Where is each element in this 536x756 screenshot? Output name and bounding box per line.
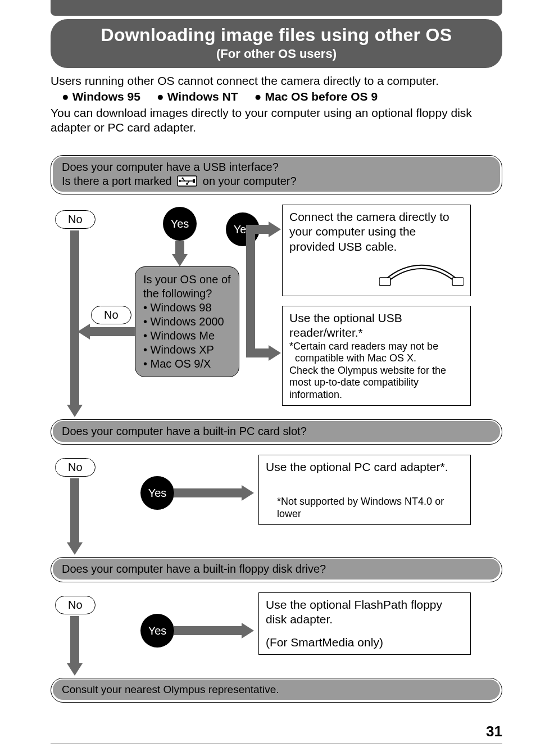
- svg-rect-3: [193, 179, 195, 183]
- page-subtitle: (For other OS users): [62, 47, 491, 61]
- arrow-down-icon: [172, 254, 188, 266]
- footer-rule: [51, 744, 502, 744]
- q2-text: Does your computer have a built-in PC ca…: [62, 425, 307, 437]
- arrow-down-icon: [67, 405, 83, 417]
- arrow-left-icon: [78, 324, 90, 339]
- answer-no-2: No: [91, 306, 131, 324]
- arrow-shaft: [70, 478, 79, 542]
- os-check-lead2: the following?: [143, 287, 231, 301]
- answer-no-4: No: [55, 596, 96, 614]
- svg-rect-9: [452, 278, 464, 286]
- os-support-line: ●Windows 95 ●Windows NT ●Mac OS before O…: [62, 89, 502, 104]
- info-pc-card-adapter: Use the optional PC card adapter*. *Not …: [258, 455, 471, 525]
- arrow-down-icon: [67, 663, 83, 676]
- usb-cable-icon: [289, 257, 464, 291]
- arrow-shaft: [246, 225, 269, 234]
- svg-rect-8: [379, 278, 390, 286]
- arrow-right-icon: [242, 623, 254, 639]
- question-usb-interface: Does your computer have a USB interface?…: [51, 155, 502, 194]
- arrow-shaft: [174, 488, 242, 497]
- os-option: Windows Me: [143, 329, 231, 343]
- usb-reader-line: Use the optional USB reader/writer.*: [289, 311, 464, 341]
- bullet-icon: ●: [157, 90, 164, 103]
- arrow-right-icon: [269, 221, 281, 237]
- answer-yes-4: Yes: [140, 614, 174, 648]
- pc-card-note: *Not supported by Windows NT4.0 or lower: [266, 496, 464, 520]
- os-winnt: Windows NT: [167, 90, 238, 103]
- q1-line2: Is there a port marked: [62, 174, 491, 188]
- intro-text: Users running other OS cannot connect th…: [51, 74, 502, 135]
- question-os-check: Is your OS one of the following? Windows…: [135, 266, 239, 377]
- flowchart: Does your computer have a USB interface?…: [51, 155, 502, 703]
- os-macos: Mac OS before OS 9: [265, 90, 378, 103]
- question-pc-card-slot: Does your computer have a built-in PC ca…: [51, 419, 502, 445]
- page-number: 31: [51, 723, 502, 740]
- info-usb-reader: Use the optional USB reader/writer.* *Ce…: [282, 306, 471, 406]
- usb-reader-note-star: *Certain card readers may not be compati…: [289, 341, 464, 365]
- pc-card-text: Use the optional PC card adapter*.: [266, 460, 464, 474]
- usb-reader-note2: Check the Olympus website for the most u…: [289, 365, 464, 401]
- os-option: Windows 2000: [143, 315, 231, 329]
- question-consult-rep: Consult your nearest Olympus representat…: [51, 678, 502, 703]
- intro-line-1: Users running other OS cannot connect th…: [51, 74, 502, 88]
- info-floppy-adapter: Use the optional FlashPath floppy disk a…: [258, 592, 471, 655]
- answer-yes-3: Yes: [140, 476, 174, 510]
- svg-point-5: [182, 177, 184, 179]
- usb-port-icon: [177, 175, 197, 187]
- arrow-shaft: [246, 225, 255, 357]
- intro-line-2: You can download images directly to your…: [51, 106, 502, 135]
- usb-connect-text: Connect the camera directly to your comp…: [289, 210, 464, 254]
- page-content: Downloading image files using other OS (…: [0, 19, 536, 755]
- svg-point-2: [179, 180, 181, 182]
- arrow-shaft: [246, 348, 269, 357]
- os-option: Windows 98: [143, 301, 231, 315]
- info-usb-connect: Connect the camera directly to your comp…: [282, 205, 471, 296]
- q1-line1: Does your computer have a USB interface?: [62, 160, 491, 174]
- answer-no-1: No: [55, 210, 96, 229]
- arrow-shaft: [70, 616, 79, 663]
- page-title-block: Downloading image files using other OS (…: [51, 19, 502, 68]
- q4-text: Consult your nearest Olympus representat…: [62, 683, 279, 695]
- floppy-line2: (For SmartMedia only): [266, 635, 464, 650]
- svg-rect-7: [187, 183, 188, 184]
- os-check-lead1: Is your OS one of: [143, 273, 231, 287]
- floppy-line1: Use the optional FlashPath floppy disk a…: [266, 597, 464, 627]
- header-strip: [51, 0, 502, 16]
- answer-no-3: No: [55, 458, 96, 477]
- arrow-right-icon: [269, 345, 281, 361]
- os-win95: Windows 95: [72, 90, 140, 103]
- arrow-right-icon: [242, 485, 254, 501]
- arrow-down-icon: [67, 542, 83, 555]
- arrow-shaft: [175, 241, 184, 254]
- os-option: Windows XP: [143, 343, 231, 357]
- os-option: Mac OS 9/X: [143, 357, 231, 371]
- q3-text: Does your computer have a built-in flopp…: [62, 563, 326, 575]
- bullet-icon: ●: [62, 90, 69, 103]
- page-title: Downloading image files using other OS: [62, 25, 491, 46]
- question-floppy-drive: Does your computer have a built-in flopp…: [51, 557, 502, 582]
- answer-yes-1: Yes: [163, 207, 197, 241]
- bullet-icon: ●: [255, 90, 262, 103]
- arrow-shaft: [70, 230, 79, 405]
- arrow-shaft: [174, 626, 242, 635]
- arrow-shaft: [90, 327, 135, 336]
